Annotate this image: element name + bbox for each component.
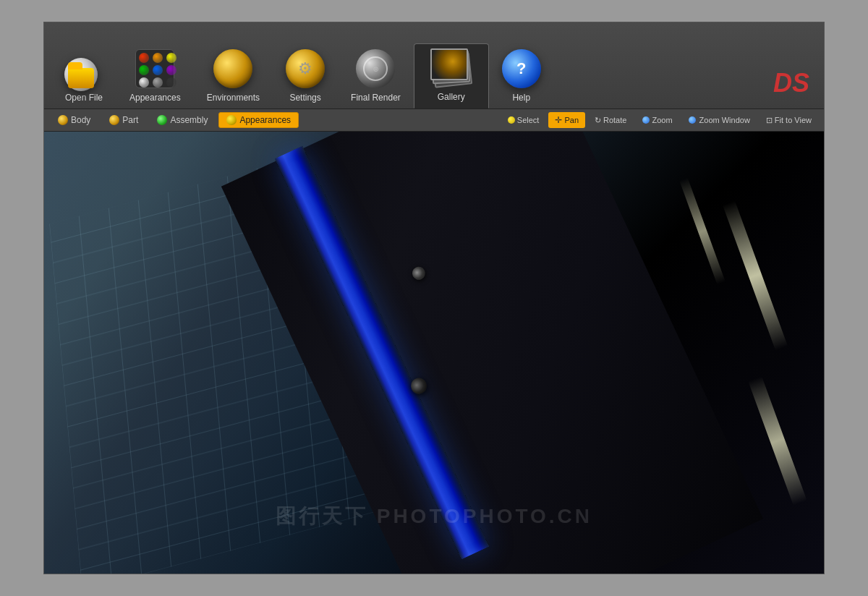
final-render-sphere: ◎ [356, 49, 395, 88]
fit-to-view-icon: ⊡ [766, 116, 773, 125]
toolbar-item-open-file[interactable]: Open File [51, 54, 116, 108]
color-dot [166, 65, 176, 75]
tab-appearances[interactable]: Appearances [218, 112, 299, 128]
tab-assembly-label: Assembly [170, 115, 208, 125]
zoom-window-btn[interactable]: Zoom Window [682, 113, 757, 127]
appearances-tab-icon [226, 115, 237, 125]
body-tab-icon [58, 115, 68, 125]
color-dot [139, 77, 149, 88]
fit-to-view-label: Fit to View [775, 116, 812, 124]
settings-icon-container: ⚙ [286, 49, 325, 88]
toolbar-label-help: Help [512, 93, 530, 103]
toolbar-label-final-render: Final Render [351, 93, 401, 103]
rotate-label: Rotate [603, 116, 626, 124]
tab-assembly[interactable]: Assembly [149, 112, 216, 128]
tab-body-label: Body [71, 115, 90, 125]
ds-logo-container: DS [766, 68, 817, 108]
zoom-window-label: Zoom Window [699, 116, 750, 124]
viewport: 图行天下 PHOTOPHOTO.CN [44, 132, 824, 574]
color-dot [139, 65, 149, 75]
zoom-label: Zoom [652, 116, 672, 124]
app-window: Open File Appearances Environments ⚙ Set… [43, 22, 825, 574]
pan-btn[interactable]: ✛ Pan [548, 112, 585, 128]
rotate-btn[interactable]: ↻ Rotate [588, 113, 633, 128]
assembly-tab-icon [157, 115, 167, 125]
toolbar-label-environments: Environments [207, 93, 260, 103]
zoom-window-icon [689, 116, 696, 124]
pan-icon: ✛ [555, 115, 562, 125]
toolbar-label-open-file: Open File [65, 93, 103, 103]
tab-part[interactable]: Part [101, 112, 146, 128]
target-overlay: ◎ [373, 66, 378, 72]
color-dot [153, 65, 163, 75]
color-dot [166, 77, 176, 88]
toolbar-item-gallery[interactable]: Gallery [414, 43, 489, 108]
tab-body[interactable]: Body [50, 112, 98, 128]
final-render-icon-container: ◎ [356, 49, 395, 88]
toolbar-label-gallery: Gallery [438, 92, 465, 102]
ds-logo: DS [766, 68, 817, 98]
fit-to-view-btn[interactable]: ⊡ Fit to View [760, 113, 818, 128]
color-dot [139, 53, 149, 63]
toolbar-label-settings: Settings [289, 93, 320, 103]
rotate-icon: ↻ [595, 116, 601, 125]
toolbar-item-final-render[interactable]: ◎ Final Render [338, 45, 414, 108]
color-dot [166, 53, 176, 63]
tab-appearances-label: Appearances [239, 115, 291, 125]
toolbar-item-settings[interactable]: ⚙ Settings [273, 45, 338, 108]
toolbar-label-appearances: Appearances [129, 93, 181, 103]
environments-icon [213, 49, 252, 88]
pan-label: Pan [564, 116, 579, 124]
color-dot [153, 77, 163, 88]
toolbar-item-appearances[interactable]: Appearances [116, 45, 194, 108]
zoom-btn[interactable]: Zoom [636, 113, 678, 127]
appearances-icon [135, 49, 174, 88]
main-toolbar: Open File Appearances Environments ⚙ Set… [44, 22, 824, 109]
select-btn-icon [508, 116, 515, 124]
select-btn[interactable]: Select [501, 113, 546, 127]
gallery-icon [427, 48, 475, 88]
select-label: Select [517, 116, 540, 124]
secondary-toolbar: Body Part Assembly Appearances Select ✛ … [44, 109, 824, 132]
gear-icon: ⚙ [298, 59, 312, 78]
tab-part-label: Part [122, 115, 138, 125]
toolbar-item-help[interactable]: ? Help [489, 45, 554, 108]
part-tab-icon [109, 115, 119, 125]
open-file-icon [64, 58, 103, 88]
help-icon: ? [502, 49, 541, 88]
toolbar-item-environments[interactable]: Environments [194, 45, 273, 108]
zoom-btn-icon [642, 116, 650, 124]
color-dot [153, 53, 163, 63]
view-controls: Select ✛ Pan ↻ Rotate Zoom Zoom Window ⊡… [501, 112, 818, 128]
